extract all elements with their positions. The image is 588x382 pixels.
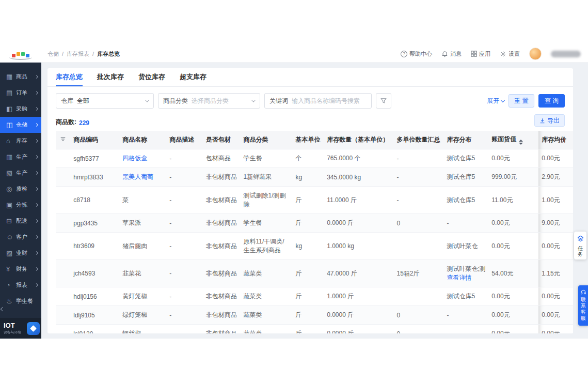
export-button[interactable]: 导出 <box>534 114 565 127</box>
inventory-table: 商品编码商品名称商品描述是否包材商品分类基本单位库存数量（基本单位）多单位数量汇… <box>56 131 573 333</box>
tasks-floating-tab[interactable]: 任务 <box>574 232 586 259</box>
column-header-10[interactable]: 账面货值 <box>488 131 538 149</box>
view-details-link[interactable]: 查看详情 <box>447 273 485 282</box>
iot-panel[interactable]: IOT 设备与环境 <box>0 318 41 339</box>
cell-cat: 蔬菜类 <box>241 260 293 287</box>
sidebar-item-finance[interactable]: ¥财务 <box>0 261 41 277</box>
summary-row: 商品数: 229 导出 <box>47 113 573 131</box>
table-row-pgp3435[interactable]: pgp3435苹果派-非包材商品学生餐斤0.0000 斤0-0.00元9.00元 <box>56 214 573 233</box>
tab-2[interactable]: 批次库存 <box>97 68 124 86</box>
messages-link[interactable]: 消息 <box>441 50 462 58</box>
logo-swoosh <box>9 55 32 60</box>
sidebar-item-purchase[interactable]: ◧采购 <box>0 101 41 117</box>
column-header-11: 库存均价 <box>538 131 573 149</box>
table-row-sgfh5377[interactable]: sgfh5377四格饭盒-包材商品学生餐个765.0000 个-测试仓库50.0… <box>56 149 573 168</box>
cell-avg: 1.00元 <box>538 187 573 214</box>
sidebar-item-reports[interactable]: ◔报表 <box>0 277 41 293</box>
filter-funnel-button[interactable] <box>376 93 391 109</box>
sidebar-item-orders[interactable]: ▤订单 <box>0 85 41 101</box>
sorting-icon: ▣ <box>6 201 14 209</box>
inventory-card: 库存总览批次库存货位库存超支库存 仓库 全部 商品分类 选择商品分类 关键词 输… <box>47 68 573 333</box>
sidebar-collapse-button[interactable] <box>1 305 7 313</box>
cell-avg: 1.15元 <box>538 260 573 287</box>
sidebar-item-products[interactable]: ▦商品 <box>0 69 41 85</box>
chevron-right-icon <box>35 155 38 159</box>
chevron-down-icon <box>145 98 149 102</box>
table-row-lsj9120[interactable]: lsj9120螺丝椒-非包材商品蔬菜类斤0.0000 斤0-0.00元0.00元 <box>56 325 573 334</box>
sidebar-item-warehouse[interactable]: ◫仓储 <box>0 117 41 133</box>
apps-link[interactable]: 应用 <box>471 50 490 58</box>
avatar[interactable] <box>529 48 542 60</box>
sidebar-item-customers[interactable]: ☺客户 <box>0 229 41 245</box>
product-name-link[interactable]: 黑美人葡萄 <box>122 173 153 180</box>
purchase-icon: ◧ <box>6 105 14 113</box>
column-header-5: 商品分类 <box>241 131 293 149</box>
chevron-left-icon <box>1 307 5 311</box>
tab-3[interactable]: 货位库存 <box>138 68 165 86</box>
table-row-ldlj9105[interactable]: ldlj9105绿灯笼椒-非包材商品蔬菜类斤0.0000 斤0-0.00元0.0… <box>56 306 573 325</box>
settings-link[interactable]: 设置 <box>500 50 520 58</box>
table-row-hdlj0156[interactable]: hdlj0156黄灯笼椒-非包材商品蔬菜类斤1.0000 斤测试仓库50.00元… <box>56 287 573 306</box>
help-center-link[interactable]: ? 帮助中心 <box>401 50 432 58</box>
tab-1[interactable]: 库存总览 <box>56 68 83 86</box>
category-select[interactable]: 商品分类 选择商品分类 <box>158 93 260 109</box>
iot-subtitle: 设备与环境 <box>4 329 21 334</box>
sidebar-item-biz-finance[interactable]: ▨业财 <box>0 245 41 261</box>
sidebar-item-quality-check[interactable]: ◎质检 <box>0 181 41 197</box>
column-settings-header[interactable] <box>56 131 70 149</box>
table-row-hmrpt3833[interactable]: hmrpt3833黑美人葡萄-非包材商品1新鲜蔬果kg345.0000 kg-测… <box>56 168 573 187</box>
product-name-link[interactable]: 四格饭盒 <box>122 155 147 162</box>
reports-icon: ◔ <box>6 281 14 289</box>
sidebar-item-inventory[interactable]: ⌂库存 <box>0 133 41 149</box>
sidebar-item-delivery[interactable]: ⊟配送 <box>0 213 41 229</box>
reset-button[interactable]: 重 置 <box>508 94 534 108</box>
cell-dist: - <box>443 306 488 325</box>
keyword-input[interactable]: 关键词 输入商品名称编码号搜索 <box>264 93 372 109</box>
cell-code: pgp3435 <box>70 214 119 233</box>
chevron-right-icon <box>35 171 38 175</box>
breadcrumb-item-warehouse[interactable]: 仓储 <box>47 50 59 58</box>
column-header-9: 库存分布 <box>443 131 488 149</box>
breadcrumb-item-inventory-report[interactable]: 库存报表 <box>67 50 89 58</box>
search-button[interactable]: 查 询 <box>538 94 565 108</box>
contact-support-tab[interactable]: 联系客服 <box>578 285 588 326</box>
expand-toggle[interactable]: 展开 <box>487 97 504 105</box>
table-row-c8718[interactable]: c8718菜-非包材商品测试删除1/测删除斤11.0000 斤-测试仓库511.… <box>56 187 573 214</box>
cell-unit: 斤 <box>293 260 324 287</box>
cell-name: 韭菜花 <box>119 260 166 287</box>
cell-name: 黄灯笼椒 <box>119 287 166 306</box>
filter-bar: 仓库 全部 商品分类 选择商品分类 关键词 输入商品名称编码号搜索 <box>47 87 573 113</box>
cell-multi: 0 <box>393 214 443 233</box>
cell-name: 猪后腿肉 <box>119 233 166 260</box>
chevron-right-icon <box>35 75 38 79</box>
cell-cat: 蔬菜类 <box>241 287 293 306</box>
table-row-jch4593[interactable]: jch4593韭菜花-非包材商品蔬菜类斤47.0000 斤15箱2斤测试叶菜仓;… <box>56 260 573 287</box>
tab-4[interactable]: 超支库存 <box>180 68 206 86</box>
product-count-label: 商品数: <box>56 118 76 127</box>
cell-desc: - <box>166 287 203 306</box>
sidebar-item-sorting[interactable]: ▣分拣 <box>0 197 41 213</box>
gear-icon <box>500 51 506 57</box>
chevron-right-icon <box>35 123 38 127</box>
cell-pack: 非包材商品 <box>203 306 241 325</box>
chevron-right-icon <box>35 187 38 191</box>
table-row-htr3609[interactable]: htr3609猪后腿肉-非包材商品原料11/干调类/生生系列商品kg1.0000… <box>56 233 573 260</box>
app-logo[interactable] <box>0 45 41 62</box>
cell-desc: - <box>166 233 203 260</box>
cell-pack: 非包材商品 <box>203 214 241 233</box>
cell-desc: - <box>166 187 203 214</box>
cell-desc: - <box>166 260 203 287</box>
cell-avg: 2.90元 <box>538 168 573 187</box>
cell-qty: 1.0000 斤 <box>324 287 393 306</box>
cell-name: 绿灯笼椒 <box>119 306 166 325</box>
cell-book: 11.00元 <box>488 187 538 214</box>
sidebar-item-production-2[interactable]: ▧生产 <box>0 165 41 181</box>
warehouse-select[interactable]: 仓库 全部 <box>56 93 154 109</box>
cell-name: 苹果派 <box>119 214 166 233</box>
chevron-down-icon <box>251 98 256 102</box>
sort-icon[interactable] <box>519 140 523 145</box>
sidebar-item-production-1[interactable]: ▥生产 <box>0 149 41 165</box>
delivery-icon: ⊟ <box>6 217 14 225</box>
cell-unit: 斤 <box>293 306 324 325</box>
chevron-right-icon <box>35 283 38 287</box>
